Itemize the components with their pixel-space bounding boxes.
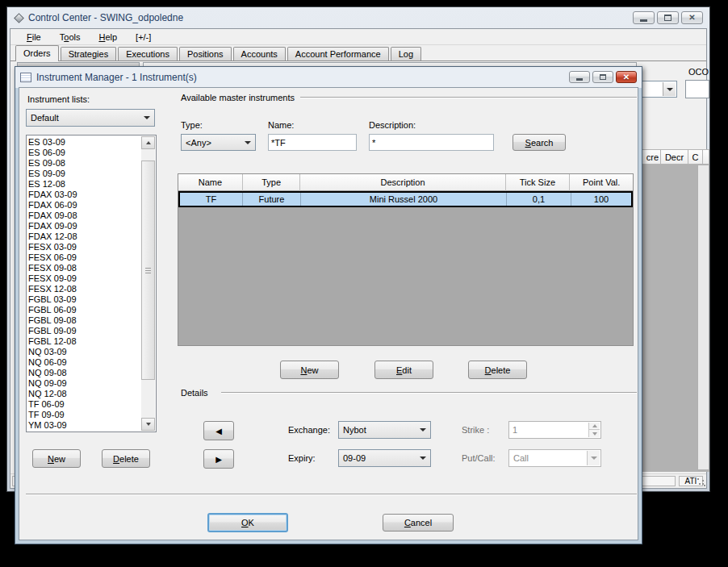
combo-dropdown-button[interactable] — [140, 110, 153, 125]
menu-file[interactable]: File — [20, 31, 48, 44]
instrument-list-item[interactable]: FGBL 12-08 — [28, 336, 140, 347]
strike-spinner[interactable]: 1 — [508, 421, 601, 439]
combo-dropdown-button[interactable] — [416, 423, 429, 437]
list-delete-button[interactable]: Delete — [102, 449, 150, 468]
type-combobox[interactable]: <Any> — [181, 134, 256, 151]
orders-grid-scrollbar[interactable] — [697, 165, 709, 470]
menu-tools[interactable]: Tools — [53, 31, 87, 44]
previous-instrument-button[interactable]: ◀ — [203, 421, 234, 440]
instrument-list-item[interactable]: FGBL 06-09 — [28, 305, 140, 315]
instrument-list-item[interactable]: ES 09-09 — [28, 169, 140, 179]
tab[interactable]: Executions — [118, 47, 178, 60]
minimize-icon — [576, 78, 583, 81]
minimize-button[interactable] — [633, 11, 655, 24]
delete-button[interactable]: Delete — [468, 361, 527, 379]
listbox-scrollbar[interactable] — [141, 136, 155, 431]
description-input[interactable] — [369, 134, 494, 151]
instrument-list-item[interactable]: NQ 09-09 — [28, 378, 140, 389]
instrument-list-item[interactable]: FESX 12-08 — [28, 284, 140, 294]
putcall-value: Call — [513, 453, 529, 463]
cancel-button[interactable]: Cancel — [383, 514, 454, 532]
instrument-list-item[interactable]: FGBL 03-09 — [28, 294, 140, 305]
ok-button[interactable]: OK — [207, 513, 288, 532]
instrument-list-item[interactable]: FESX 09-09 — [28, 273, 140, 284]
next-instrument-button[interactable]: ▶ — [203, 449, 234, 469]
instrument-list-item[interactable]: FDAX 06-09 — [28, 200, 140, 211]
menu-plus-minus[interactable]: [+/-] — [129, 31, 157, 44]
spin-up-button[interactable] — [589, 423, 600, 430]
close-button[interactable]: ✕ — [681, 11, 703, 24]
instrument-list-item[interactable]: NQ 03-09 — [28, 347, 140, 357]
scroll-down-button[interactable] — [141, 418, 155, 431]
dialog-titlebar[interactable]: Instrument Manager - 1 Instrument(s) ✕ — [15, 67, 642, 87]
table-column-header[interactable]: Description — [300, 174, 505, 191]
menu-help[interactable]: Help — [92, 31, 123, 44]
instrument-listbox[interactable]: ES 03-09ES 06-09ES 09-08ES 09-09ES 12-08… — [26, 135, 157, 432]
name-input[interactable] — [268, 134, 357, 151]
expiry-combobox[interactable]: 09-09 — [338, 449, 431, 467]
dialog-minimize-button[interactable] — [569, 71, 590, 83]
instrument-lists-label: Instrument lists: — [27, 94, 90, 104]
main-titlebar[interactable]: Control Center - SWING_odpoledne ✕ — [7, 7, 709, 28]
app-diamond-icon — [14, 13, 24, 23]
list-new-button[interactable]: New — [32, 449, 81, 468]
tab[interactable]: Strategies — [61, 47, 117, 60]
dialog-close-button[interactable]: ✕ — [616, 71, 637, 83]
instrument-list-combobox[interactable]: Default — [26, 109, 155, 127]
instrument-list-item[interactable]: NQ 12-08 — [28, 389, 140, 399]
scrollbar-thumb[interactable] — [141, 161, 155, 380]
column-header-decr[interactable]: Decr — [661, 149, 688, 165]
column-header-c[interactable]: C — [688, 149, 703, 165]
minimize-icon — [640, 19, 647, 22]
instrument-list-item[interactable]: FDAX 09-08 — [28, 211, 140, 221]
instrument-list-item[interactable]: FGBL 09-08 — [28, 315, 140, 326]
chevron-down-icon — [144, 116, 150, 119]
instrument-list-item[interactable]: FDAX 12-08 — [28, 231, 140, 242]
instrument-list-item[interactable]: FDAX 09-09 — [28, 221, 140, 231]
tab[interactable]: Orders — [15, 45, 59, 61]
instrument-list-item[interactable]: ES 06-09 — [28, 148, 140, 158]
footer-divider — [26, 494, 637, 495]
menubar: File Tools Help [+/-] — [10, 29, 706, 45]
instrument-list-item[interactable]: TF 06-09 — [28, 399, 140, 410]
instrument-list-item[interactable]: NQ 06-09 — [28, 357, 140, 368]
combo-dropdown-button[interactable] — [663, 82, 676, 96]
scroll-up-button[interactable] — [141, 136, 155, 149]
edit-button[interactable]: Edit — [374, 361, 433, 379]
table-column-header[interactable]: Point Val. — [570, 174, 633, 191]
instrument-list-item[interactable]: FDAX 03-09 — [28, 190, 140, 200]
instrument-list-item[interactable]: YM 03-09 — [28, 420, 140, 431]
instrument-list-item[interactable]: FESX 06-09 — [28, 252, 140, 263]
resize-grip[interactable] — [696, 477, 705, 486]
maximize-icon — [600, 74, 606, 80]
exchange-label: Exchange: — [288, 425, 330, 435]
maximize-icon — [664, 15, 672, 21]
new-button[interactable]: New — [280, 361, 339, 379]
instrument-list-item[interactable]: ES 03-09 — [28, 137, 140, 148]
instrument-list-item[interactable]: FESX 09-08 — [28, 263, 140, 273]
tab[interactable]: Accounts — [233, 47, 286, 60]
instrument-list-item[interactable]: FGBL 09-09 — [28, 326, 140, 336]
tab[interactable]: Positions — [179, 47, 232, 60]
instrument-list-item[interactable]: FESX 03-09 — [28, 242, 140, 252]
chevron-down-icon — [591, 457, 597, 460]
instrument-list-item[interactable]: NQ 09-08 — [28, 368, 140, 378]
table-selected-row[interactable]: TFFutureMini Russel 20000,1100 — [178, 191, 633, 207]
table-column-header[interactable]: Name — [178, 174, 243, 191]
tab[interactable]: Log — [391, 47, 421, 60]
search-button[interactable]: Search — [513, 134, 566, 151]
combo-dropdown-button[interactable] — [416, 451, 429, 465]
instrument-list-item[interactable]: TF 09-09 — [28, 410, 140, 420]
instrument-list-item[interactable]: ES 12-08 — [28, 179, 140, 190]
spin-down-button[interactable] — [589, 430, 600, 437]
oco-input[interactable] — [685, 80, 709, 98]
table-column-header[interactable]: Tick Size — [506, 174, 571, 191]
exchange-combobox[interactable]: Nybot — [338, 421, 431, 439]
tab[interactable]: Account Performance — [287, 47, 389, 60]
instrument-list-item[interactable]: ES 09-08 — [28, 158, 140, 169]
combo-dropdown-button[interactable] — [241, 135, 254, 149]
maximize-button[interactable] — [657, 11, 679, 24]
dialog-maximize-button[interactable] — [592, 71, 613, 83]
table-column-header[interactable]: Type — [243, 174, 301, 191]
spin-buttons — [588, 423, 600, 437]
